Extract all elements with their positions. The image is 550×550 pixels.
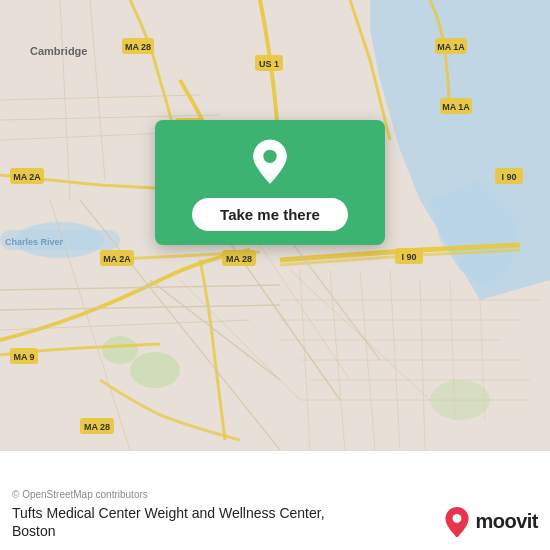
svg-text:MA 2A: MA 2A [13,172,41,182]
svg-point-5 [130,352,180,388]
svg-text:MA 1A: MA 1A [437,42,465,52]
place-city-text: Boston [12,523,56,539]
moovit-logo: moovit [443,506,538,538]
svg-text:MA 2A: MA 2A [103,254,131,264]
svg-point-66 [456,533,460,537]
svg-text:MA 9: MA 9 [13,352,34,362]
svg-text:MA 28: MA 28 [84,422,110,432]
svg-point-6 [102,336,138,364]
bottom-bar: © OpenStreetMap contributors Tufts Medic… [0,450,550,550]
place-name-row: Tufts Medical Center Weight and Wellness… [12,504,538,540]
svg-text:Cambridge: Cambridge [30,45,87,57]
take-me-there-card: Take me there [155,120,385,245]
map-container: MA 28 US 1 MA 1A MA 2A MA 3 I 90 MA 2A M… [0,0,550,450]
svg-text:US 1: US 1 [259,59,279,69]
svg-text:Charles River: Charles River [5,237,64,247]
svg-text:I 90: I 90 [401,252,416,262]
svg-text:MA 1A: MA 1A [442,102,470,112]
take-me-there-button[interactable]: Take me there [192,198,348,231]
svg-point-64 [263,150,276,163]
location-pin-icon [245,138,295,188]
moovit-brand-text: moovit [475,510,538,533]
svg-point-65 [453,514,462,523]
place-name: Tufts Medical Center Weight and Wellness… [12,504,325,540]
map-attribution: © OpenStreetMap contributors [12,489,538,500]
place-name-text: Tufts Medical Center Weight and Wellness… [12,505,325,521]
svg-text:MA 28: MA 28 [226,254,252,264]
svg-text:MA 28: MA 28 [125,42,151,52]
place-info: Tufts Medical Center Weight and Wellness… [12,504,325,540]
app: MA 28 US 1 MA 1A MA 2A MA 3 I 90 MA 2A M… [0,0,550,550]
svg-text:I 90: I 90 [501,172,516,182]
moovit-pin-icon [443,506,471,538]
